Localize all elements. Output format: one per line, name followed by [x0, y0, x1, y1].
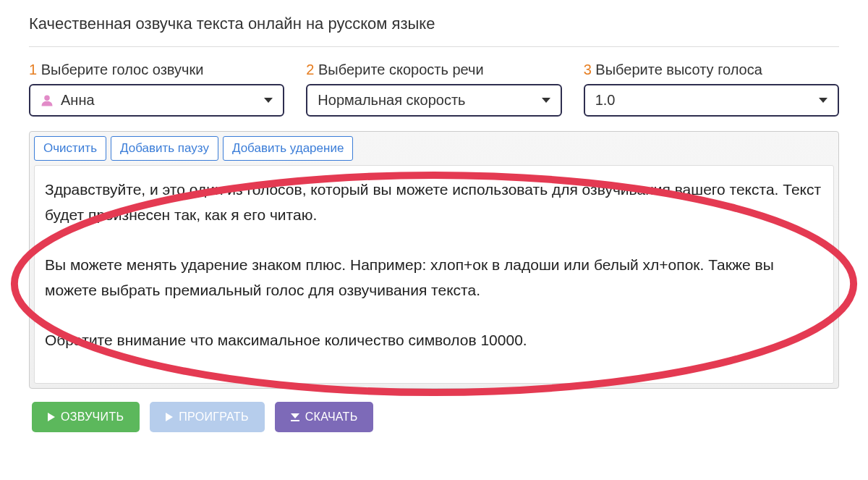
- step-text: Выберите голос озвучки: [41, 62, 204, 77]
- action-buttons: ОЗВУЧИТЬ ПРОИГРАТЬ СКАЧАТЬ: [29, 402, 839, 432]
- controls-row: 1 Выберите голос озвучки Анна 2 Выберите…: [29, 62, 839, 117]
- pitch-value: 1.0: [595, 92, 616, 109]
- pitch-control: 3 Выберите высоту голоса 1.0: [584, 62, 839, 117]
- speed-dropdown[interactable]: Нормальная скорость: [306, 84, 561, 117]
- chevron-down-icon: [542, 98, 550, 103]
- voice-dropdown[interactable]: Анна: [29, 84, 284, 117]
- download-label: СКАЧАТЬ: [305, 410, 358, 424]
- play-button[interactable]: ПРОИГРАТЬ: [150, 402, 264, 432]
- add-pause-button[interactable]: Добавить паузу: [111, 136, 218, 161]
- pitch-label: 3 Выберите высоту голоса: [584, 62, 839, 78]
- dropdown-content: 1.0: [595, 92, 616, 109]
- chevron-down-icon: [819, 98, 827, 103]
- voice-label: 1 Выберите голос озвучки: [29, 62, 284, 78]
- play-icon: [48, 413, 55, 421]
- textarea-wrap: Здравствуйте, и это один из голосов, кот…: [34, 165, 834, 384]
- speak-button[interactable]: ОЗВУЧИТЬ: [32, 402, 140, 432]
- speed-label: 2 Выберите скорость речи: [306, 62, 561, 78]
- step-text: Выберите скорость речи: [318, 62, 484, 77]
- speed-control: 2 Выберите скорость речи Нормальная скор…: [306, 62, 561, 117]
- chevron-down-icon: [264, 98, 273, 103]
- step-number: 1: [29, 62, 37, 77]
- pitch-dropdown[interactable]: 1.0: [584, 84, 839, 117]
- svg-point-0: [44, 95, 50, 101]
- editor-toolbar: Очистить Добавить паузу Добавить ударени…: [34, 136, 834, 161]
- play-icon: [166, 413, 173, 421]
- dropdown-content: Анна: [41, 92, 95, 109]
- person-icon: [41, 94, 54, 107]
- clear-button[interactable]: Очистить: [34, 136, 106, 161]
- voice-value: Анна: [61, 92, 95, 109]
- speed-value: Нормальная скорость: [318, 92, 465, 109]
- step-text: Выберите высоту голоса: [595, 62, 762, 77]
- download-button[interactable]: СКАЧАТЬ: [275, 402, 374, 432]
- voice-control: 1 Выберите голос озвучки Анна: [29, 62, 284, 117]
- add-stress-button[interactable]: Добавить ударение: [223, 136, 353, 161]
- page-title: Качественная озвучка текста онлайн на ру…: [29, 14, 839, 47]
- dropdown-content: Нормальная скорость: [318, 92, 465, 109]
- text-input[interactable]: Здравствуйте, и это один из голосов, кот…: [45, 177, 823, 373]
- step-number: 3: [584, 62, 592, 77]
- text-panel: Очистить Добавить паузу Добавить ударени…: [29, 131, 839, 389]
- speak-label: ОЗВУЧИТЬ: [61, 410, 124, 424]
- step-number: 2: [306, 62, 314, 77]
- download-icon: [291, 413, 299, 421]
- play-label: ПРОИГРАТЬ: [179, 410, 248, 424]
